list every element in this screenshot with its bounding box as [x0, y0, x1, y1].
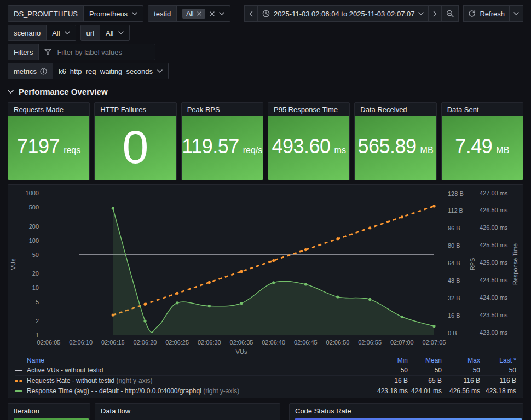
url-filter: url All	[80, 25, 130, 41]
legend-max: 50	[442, 366, 480, 374]
legend-series-name[interactable]: Requests Rate - without testid (right y-…	[27, 377, 375, 384]
svg-text:112 B: 112 B	[448, 207, 463, 214]
legend-row: Active VUs - without testid 50 50 50 50	[15, 365, 516, 375]
metrics-picker: metrics k6_http_req_waiting_seconds	[8, 63, 169, 79]
clear-all-icon[interactable]	[210, 11, 215, 16]
chevron-down-icon	[118, 31, 124, 34]
svg-text:02:06:30: 02:06:30	[198, 339, 221, 346]
testid-chip[interactable]: All	[182, 9, 205, 19]
series-color-indicator	[15, 380, 22, 382]
testid-filter: testid All	[148, 5, 230, 22]
legend-row: Response Time (avg) - - default - http:/…	[15, 386, 516, 396]
datasource-dropdown[interactable]: Prometheus	[84, 6, 143, 21]
stat-panel-title[interactable]: Data Received	[355, 103, 436, 116]
zoom-out-button[interactable]	[441, 5, 459, 22]
timeseries-chart[interactable]: 1000500200100502010521VUs128 B112 B96 B8…	[8, 185, 523, 355]
stat-unit: reqs	[64, 145, 80, 155]
controls-row-3: Filters	[8, 44, 523, 60]
legend-col-min[interactable]: Min	[375, 357, 408, 364]
panel-data-flow: Data flow	[95, 403, 280, 420]
label-filter-input[interactable]	[56, 48, 154, 57]
stat-panel-body: 493.60 ms	[268, 116, 349, 180]
funnel-icon	[44, 49, 51, 55]
bottom-panels-row: Iteration Data flow Code Status Rate	[8, 403, 523, 420]
time-range-button[interactable]: 2025-11-03 02:06:04 to 2025-11-03 02:07:…	[257, 5, 429, 22]
legend-max: 116 B	[442, 377, 480, 384]
svg-text:02:06:50: 02:06:50	[326, 339, 350, 346]
refresh-button[interactable]: Refresh	[463, 5, 510, 22]
panel-title[interactable]: Iteration	[8, 404, 90, 418]
dashboard-controls: DS_PROMETHEUS Prometheus testid All	[0, 0, 531, 79]
legend-col-mean[interactable]: Mean	[408, 357, 442, 364]
right-axis-response-time: 427.00 ms426.50 ms426.00 ms425.50 ms425.…	[480, 190, 518, 336]
chevron-down-icon	[65, 31, 70, 34]
svg-text:80 B: 80 B	[448, 242, 460, 249]
svg-text:425.50 ms: 425.50 ms	[480, 242, 508, 248]
svg-text:02:06:40: 02:06:40	[262, 339, 285, 346]
time-back-button[interactable]	[244, 5, 258, 22]
legend-col-max[interactable]: Max	[442, 357, 480, 364]
angle-right-icon	[433, 11, 437, 17]
svg-text:96 B: 96 B	[448, 225, 460, 231]
testid-dropdown[interactable]: All	[177, 6, 229, 21]
svg-text:02:06:55: 02:06:55	[358, 339, 382, 346]
svg-text:200: 200	[29, 223, 39, 230]
legend-series-name[interactable]: Response Time (avg) - - default - http:/…	[27, 387, 375, 395]
label-filter-field	[39, 44, 155, 60]
svg-text:423.00 ms: 423.00 ms	[480, 329, 508, 336]
svg-text:02:06:10: 02:06:10	[69, 339, 93, 346]
svg-text:1000: 1000	[26, 190, 39, 196]
legend-max: 426.56 ms	[442, 387, 480, 395]
scenario-filter: scenario All	[8, 25, 76, 41]
close-icon[interactable]	[197, 11, 201, 16]
legend-col-name[interactable]: Name	[15, 357, 375, 364]
svg-text:423.50 ms: 423.50 ms	[480, 312, 508, 318]
stat-value: 7197	[17, 137, 60, 156]
clock-icon	[262, 10, 270, 18]
stat-panel-title[interactable]: Data Sent	[442, 103, 523, 116]
controls-row-2: scenario All url All	[8, 25, 523, 41]
stat-panel-title[interactable]: Peak RPS	[182, 103, 263, 116]
panel-title[interactable]: Data flow	[95, 404, 280, 418]
svg-text:02:07:00: 02:07:00	[390, 339, 414, 346]
svg-text:1: 1	[36, 332, 39, 339]
chevron-down-icon	[418, 12, 424, 15]
time-range-group: 2025-11-03 02:06:04 to 2025-11-03 02:07:…	[244, 5, 459, 22]
legend-series-name[interactable]: Active VUs - without testid	[27, 366, 375, 374]
controls-row-4: metrics k6_http_req_waiting_seconds	[8, 63, 523, 79]
legend-mean: 65 B	[408, 377, 442, 384]
stat-panel-title[interactable]: HTTP Failures	[95, 103, 176, 116]
panel-code-status-rate: Code Status Rate	[289, 403, 523, 420]
left-axis: 1000500200100502010521VUs	[10, 190, 39, 339]
datasource-value: Prometheus	[89, 10, 128, 18]
legend-last: 423.18 ms	[480, 387, 516, 395]
angle-left-icon	[249, 11, 253, 17]
scenario-dropdown[interactable]: All	[47, 25, 75, 40]
time-forward-button[interactable]	[428, 5, 442, 22]
section-title: Performance Overview	[19, 87, 108, 96]
time-controls: 2025-11-03 02:06:04 to 2025-11-03 02:07:…	[244, 5, 523, 22]
stat-panel: Peak RPS 119.57 req/s	[181, 102, 263, 180]
metrics-dropdown[interactable]: k6_http_req_waiting_seconds	[53, 63, 168, 79]
metrics-label: metrics	[8, 63, 53, 79]
chevron-down-icon	[8, 90, 14, 94]
stat-panel-title[interactable]: P95 Response Time	[268, 103, 349, 116]
svg-text:426.00 ms: 426.00 ms	[480, 224, 508, 231]
series-color-indicator	[15, 370, 22, 371]
svg-text:426.50 ms: 426.50 ms	[480, 207, 508, 213]
legend-header: Name MinMeanMaxLast *	[15, 355, 516, 365]
legend-col-last[interactable]: Last *	[480, 357, 516, 364]
url-dropdown[interactable]: All	[100, 25, 129, 40]
svg-text:5: 5	[36, 299, 39, 305]
x-axis: 02:06:0502:06:1002:06:1502:06:2002:06:25…	[37, 339, 446, 355]
svg-text:2: 2	[36, 318, 39, 324]
svg-text:02:06:25: 02:06:25	[165, 339, 189, 346]
refresh-interval-button[interactable]	[509, 5, 523, 22]
panel-title[interactable]: Code Status Rate	[290, 404, 523, 418]
legend-mean: 424.01 ms	[408, 387, 442, 395]
stat-panel-body: 7197 reqs	[8, 116, 89, 180]
row-performance-overview[interactable]: Performance Overview	[8, 87, 523, 96]
stat-panel-title[interactable]: Requests Made	[8, 103, 89, 116]
svg-text:02:06:45: 02:06:45	[294, 339, 318, 346]
chevron-down-icon	[132, 12, 137, 15]
